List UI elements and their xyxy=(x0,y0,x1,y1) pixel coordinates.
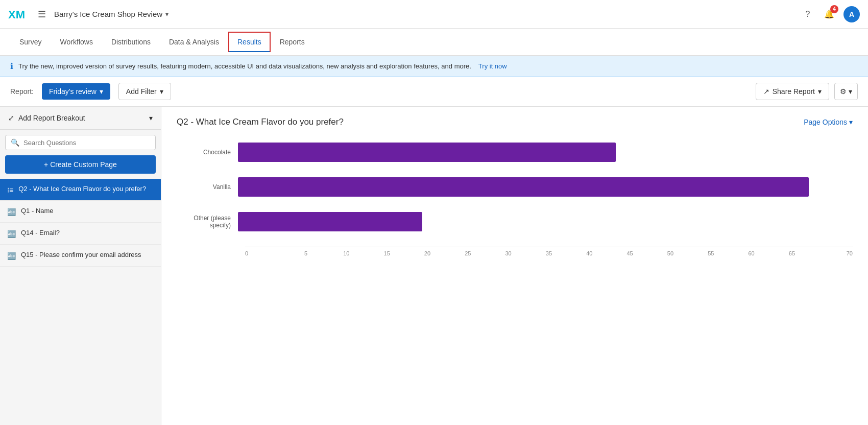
chart-label-vanilla: Vanilla xyxy=(177,183,238,191)
svg-text:XM: XM xyxy=(8,8,25,21)
xm-logo[interactable]: XM xyxy=(8,7,28,21)
chart-row-chocolate: Chocolate xyxy=(177,143,853,162)
add-breakout-left: ⤢ Add Report Breakout xyxy=(8,114,85,122)
axis-tick-65: 65 xyxy=(771,250,812,256)
axis-tick-20: 20 xyxy=(407,250,447,256)
search-icon: 🔍 xyxy=(11,138,19,147)
q15-icon: 🔤 xyxy=(7,252,16,260)
add-filter-button[interactable]: Add Filter ▾ xyxy=(118,83,171,100)
chart-bar-vanilla-wrap xyxy=(238,177,853,197)
chart-row-vanilla: Vanilla xyxy=(177,177,853,197)
share-report-label: Share Report xyxy=(773,87,815,96)
add-breakout-chevron: ▾ xyxy=(149,114,153,122)
sidebar: ⤢ Add Report Breakout ▾ 🔍 + Create Custo… xyxy=(0,107,161,425)
info-banner: ℹ Try the new, improved version of surve… xyxy=(0,56,868,77)
report-bar: Report: Friday's review ▾ Add Filter ▾ ↗… xyxy=(0,77,868,107)
share-chevron: ▾ xyxy=(818,87,822,96)
content-header: Q2 - What Ice Cream Flavor do you prefer… xyxy=(177,117,853,127)
hamburger-menu[interactable]: ☰ xyxy=(38,9,46,20)
tab-survey[interactable]: Survey xyxy=(10,31,51,53)
q14-label: Q14 - Email? xyxy=(21,229,60,237)
share-report-button[interactable]: ↗ Share Report ▾ xyxy=(756,83,829,100)
add-filter-label: Add Filter xyxy=(126,87,157,96)
create-page-label: + Create Custom Page xyxy=(44,160,117,169)
tab-reports[interactable]: Reports xyxy=(271,31,314,53)
content-area: Q2 - What Ice Cream Flavor do you prefer… xyxy=(161,107,868,425)
q2-label: Q2 - What Ice Cream Flavor do you prefer… xyxy=(18,185,146,193)
axis-tick-70: 70 xyxy=(812,250,853,256)
report-selector[interactable]: Friday's review ▾ xyxy=(42,83,110,100)
try-now-link[interactable]: Try it now xyxy=(478,62,507,70)
axis-tick-60: 60 xyxy=(731,250,771,256)
settings-chevron: ▾ xyxy=(849,87,852,96)
axis-tick-50: 50 xyxy=(650,250,690,256)
sidebar-item-q15[interactable]: 🔤 Q15 - Please confirm your email addres… xyxy=(0,245,161,267)
main-layout: ⤢ Add Report Breakout ▾ 🔍 + Create Custo… xyxy=(0,107,868,425)
axis-tick-30: 30 xyxy=(488,250,528,256)
notification-icon[interactable]: 🔔 4 xyxy=(822,7,836,21)
axis-tick-0: 0 xyxy=(245,250,285,256)
share-breakout-icon: ⤢ xyxy=(8,114,14,122)
chart-label-chocolate: Chocolate xyxy=(177,149,238,156)
survey-title: Barry's Ice Cream Shop Review ▾ xyxy=(54,10,168,18)
create-custom-page-button[interactable]: + Create Custom Page xyxy=(5,155,156,174)
top-nav: XM ☰ Barry's Ice Cream Shop Review ▾ ? 🔔… xyxy=(0,0,868,29)
page-options-button[interactable]: Page Options ▾ xyxy=(804,118,853,126)
gear-icon: ⚙ xyxy=(840,87,847,96)
report-chevron: ▾ xyxy=(100,87,103,96)
report-bar-actions: ↗ Share Report ▾ ⚙ ▾ xyxy=(756,83,858,100)
q14-icon: 🔤 xyxy=(7,230,16,238)
add-breakout-label: Add Report Breakout xyxy=(18,114,85,122)
sidebar-item-q2[interactable]: ⁝≡ Q2 - What Ice Cream Flavor do you pre… xyxy=(0,179,161,201)
sidebar-item-q1[interactable]: 🔤 Q1 - Name xyxy=(0,201,161,223)
axis-tick-25: 25 xyxy=(448,250,488,256)
axis-tick-40: 40 xyxy=(569,250,610,256)
chart-axis: 0 5 10 15 20 25 30 35 40 45 50 55 60 65 … xyxy=(245,247,853,256)
search-box[interactable]: 🔍 xyxy=(5,135,156,150)
tab-results[interactable]: Results xyxy=(228,32,271,52)
banner-text: Try the new, improved version of survey … xyxy=(18,62,471,70)
report-label: Report: xyxy=(10,87,34,96)
chart-bar-other-wrap xyxy=(238,212,853,231)
help-icon[interactable]: ? xyxy=(801,7,815,21)
question-title: Q2 - What Ice Cream Flavor do you prefer… xyxy=(177,117,344,127)
q2-icon: ⁝≡ xyxy=(7,186,13,194)
axis-tick-5: 5 xyxy=(285,250,326,256)
info-icon: ℹ xyxy=(10,61,13,71)
avatar[interactable]: A xyxy=(843,6,860,22)
q1-icon: 🔤 xyxy=(7,208,16,216)
add-filter-chevron: ▾ xyxy=(160,87,163,96)
chart-row-other: Other (please specify) xyxy=(177,212,853,231)
sidebar-item-q14[interactable]: 🔤 Q14 - Email? xyxy=(0,223,161,245)
survey-title-chevron[interactable]: ▾ xyxy=(165,11,168,18)
page-options-label: Page Options xyxy=(804,118,847,126)
search-input[interactable] xyxy=(23,139,150,147)
tab-distributions[interactable]: Distributions xyxy=(102,31,160,53)
chart-bar-chocolate xyxy=(238,143,616,162)
axis-tick-45: 45 xyxy=(610,250,650,256)
chart-bar-other xyxy=(238,212,422,231)
chart-bar-chocolate-wrap xyxy=(238,143,853,162)
chart-bar-vanilla xyxy=(238,177,809,197)
axis-tick-10: 10 xyxy=(326,250,367,256)
tab-nav: Survey Workflows Distributions Data & An… xyxy=(0,29,868,56)
share-icon: ↗ xyxy=(763,87,769,96)
axis-tick-55: 55 xyxy=(691,250,731,256)
tab-workflows[interactable]: Workflows xyxy=(51,31,102,53)
axis-tick-15: 15 xyxy=(367,250,407,256)
add-report-breakout[interactable]: ⤢ Add Report Breakout ▾ xyxy=(0,107,161,130)
tab-data-analysis[interactable]: Data & Analysis xyxy=(160,31,228,53)
page-options-chevron: ▾ xyxy=(849,118,853,126)
q1-label: Q1 - Name xyxy=(21,207,54,215)
q15-label: Q15 - Please confirm your email address xyxy=(21,251,141,258)
chart-label-other: Other (please specify) xyxy=(177,215,238,229)
settings-button[interactable]: ⚙ ▾ xyxy=(834,83,858,100)
nav-right: ? 🔔 4 A xyxy=(801,6,860,22)
notification-badge: 4 xyxy=(830,5,838,13)
axis-tick-35: 35 xyxy=(528,250,569,256)
report-name: Friday's review xyxy=(49,87,97,96)
chart-container: Chocolate Vanilla Other (please specify) xyxy=(177,137,853,267)
